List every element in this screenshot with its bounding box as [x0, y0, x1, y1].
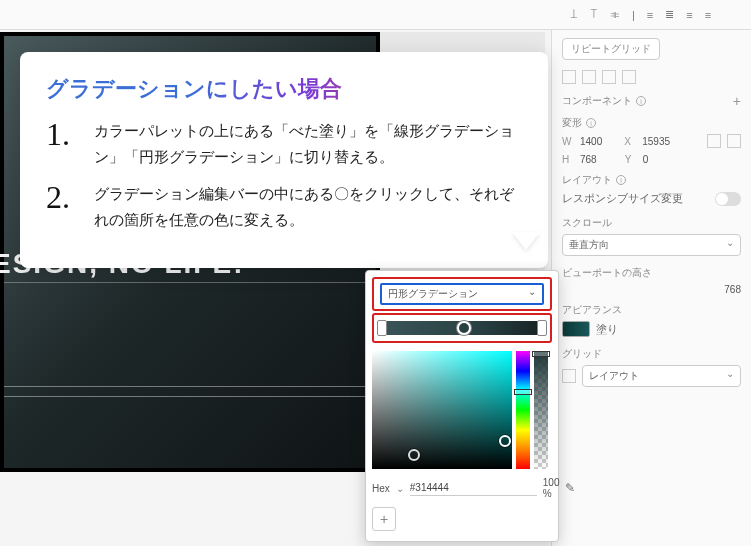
scroll-dropdown[interactable]: 垂直方向	[562, 234, 741, 256]
transform-section-label: 変形i	[562, 116, 741, 130]
chevron-down-icon[interactable]: ⌄	[396, 483, 404, 494]
y-label: Y	[625, 154, 637, 165]
viewport-label: ビューポートの高さ	[562, 266, 741, 280]
fill-swatch[interactable]	[562, 321, 590, 337]
instruction-callout: グラデーションにしたい場合 1. カラーパレットの上にある「べた塗り」を「線形グ…	[20, 52, 548, 268]
align-top-icon[interactable]: ⟘	[570, 8, 578, 21]
flip-icon[interactable]	[727, 134, 741, 148]
x-label: X	[624, 136, 636, 147]
opacity-field[interactable]: 100 %	[543, 477, 560, 499]
orientation-icon[interactable]	[707, 134, 721, 148]
align-middle-icon[interactable]: ⟙	[590, 8, 598, 21]
gradient-stop[interactable]	[377, 320, 387, 336]
callout-step: 2. グラデーション編集バーの中にある〇をクリックして、それぞれの箇所を任意の色…	[46, 181, 522, 232]
viewport-field[interactable]: 768	[724, 284, 741, 295]
boolean-intersect-icon[interactable]	[602, 70, 616, 84]
info-icon[interactable]: i	[616, 175, 626, 185]
step-number: 1.	[46, 118, 82, 169]
add-component-icon[interactable]: +	[733, 93, 741, 109]
color-field[interactable]	[372, 351, 512, 469]
y-field[interactable]: 0	[643, 154, 649, 165]
add-swatch-button[interactable]: +	[372, 507, 396, 531]
width-field[interactable]: 1400	[580, 136, 602, 147]
divider-icon: |	[632, 9, 635, 21]
component-section-label: コンポーネントi +	[562, 94, 741, 108]
callout-title: グラデーションにしたい場合	[46, 74, 522, 104]
boolean-add-icon[interactable]	[562, 70, 576, 84]
distribute-icon[interactable]: ≡	[705, 9, 711, 21]
scroll-section-label: スクロール	[562, 216, 741, 230]
gradient-track[interactable]	[380, 321, 544, 335]
w-label: W	[562, 136, 574, 147]
h-label: H	[562, 154, 574, 165]
gradient-bar-highlight	[372, 313, 552, 343]
boolean-exclude-icon[interactable]	[622, 70, 636, 84]
grid-section-label: グリッド	[562, 347, 741, 361]
responsive-label: レスポンシブサイズ変更	[562, 191, 683, 206]
align-bottom-icon[interactable]: ⟚	[610, 8, 620, 21]
align-left-icon[interactable]: ≡	[647, 9, 653, 21]
alpha-handle[interactable]	[532, 351, 550, 357]
hex-input[interactable]	[410, 480, 537, 496]
hex-label: Hex	[372, 483, 390, 494]
grid-dropdown[interactable]: レイアウト	[582, 365, 741, 387]
color-picker: 円形グラデーション Hex ⌄ 100 % ✎ +	[365, 270, 559, 542]
layout-section-label: レイアウトi	[562, 173, 741, 187]
hue-handle[interactable]	[514, 389, 532, 395]
x-field[interactable]: 15935	[642, 136, 670, 147]
info-icon[interactable]: i	[586, 118, 596, 128]
step-text: グラデーション編集バーの中にある〇をクリックして、それぞれの箇所を任意の色に変え…	[94, 181, 522, 232]
callout-tail-icon	[512, 232, 540, 250]
align-center-icon[interactable]: ≣	[665, 8, 674, 21]
align-right-icon[interactable]: ≡	[686, 9, 692, 21]
responsive-toggle[interactable]	[715, 192, 741, 206]
callout-step: 1. カラーパレットの上にある「べた塗り」を「線形グラデーション」「円形グラデー…	[46, 118, 522, 169]
eyedropper-icon[interactable]: ✎	[565, 481, 575, 495]
alpha-slider[interactable]	[534, 351, 548, 469]
gradient-stop[interactable]	[457, 321, 471, 335]
guide-line	[4, 386, 376, 387]
guide-line	[4, 282, 376, 283]
repeat-grid-button[interactable]: リピートグリッド	[562, 38, 660, 60]
alignment-toolbar: ⟘ ⟙ ⟚ | ≡ ≣ ≡ ≡	[0, 0, 751, 30]
fill-type-highlight: 円形グラデーション	[372, 277, 552, 311]
step-text: カラーパレットの上にある「べた塗り」を「線形グラデーション」「円形グラデーション…	[94, 118, 522, 169]
fill-label: 塗り	[596, 322, 618, 337]
appearance-section-label: アピアランス	[562, 303, 741, 317]
boolean-subtract-icon[interactable]	[582, 70, 596, 84]
color-selector-ring[interactable]	[499, 435, 511, 447]
grid-checkbox[interactable]	[562, 369, 576, 383]
color-selector-ring[interactable]	[408, 449, 420, 461]
fill-type-dropdown[interactable]: 円形グラデーション	[380, 283, 544, 305]
guide-line	[4, 396, 376, 397]
height-field[interactable]: 768	[580, 154, 597, 165]
hue-slider[interactable]	[516, 351, 530, 469]
gradient-stop[interactable]	[537, 320, 547, 336]
step-number: 2.	[46, 181, 82, 232]
properties-panel: リピートグリッド コンポーネントi + 変形i W 1400 X 15935 H…	[551, 30, 751, 546]
info-icon[interactable]: i	[636, 96, 646, 106]
